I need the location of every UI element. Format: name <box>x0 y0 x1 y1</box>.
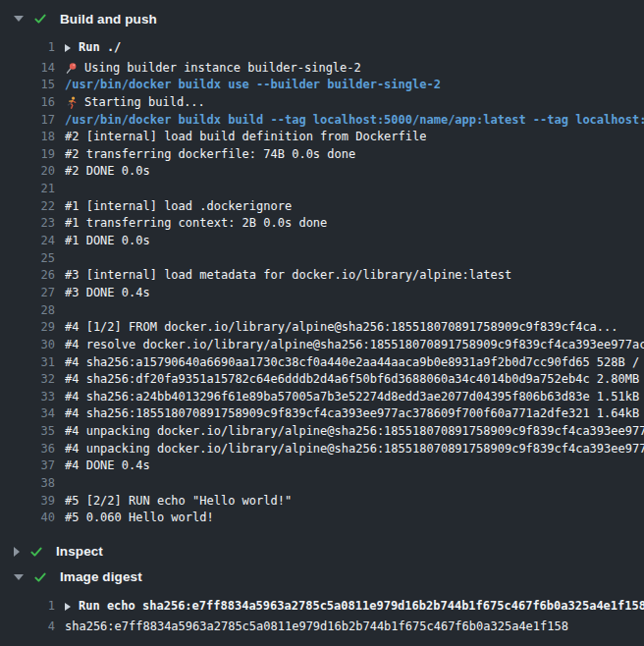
line-content: #4 sha256:df20fa9351a15782c64e6dddb2d4a6… <box>65 371 644 389</box>
line-content: #4 sha256:a24bb4013296f61e89ba57005a7b3e… <box>65 389 644 406</box>
line-number[interactable]: 26 <box>0 267 55 285</box>
log-line: 28 <box>0 302 644 320</box>
section-body: 1 Run ./ 14 Using builder instance build… <box>0 39 644 527</box>
line-content: #3 DONE 0.4s <box>65 285 150 302</box>
line-text: #1 transferring context: 2B 0.0s done <box>65 215 327 233</box>
line-text: #4 sha256:a15790640a6690aa1730c38cf0a440… <box>65 354 644 372</box>
log-line: 32 #4 sha256:df20fa9351a15782c64e6dddb2d… <box>0 371 644 389</box>
log-line: 20 #2 DONE 0.0s <box>0 163 644 181</box>
line-number[interactable]: 35 <box>0 423 55 441</box>
line-content: #5 [2/2] RUN echo "Hello world!" <box>65 493 292 511</box>
log-line: 27 #3 DONE 0.4s <box>0 285 644 302</box>
line-number[interactable]: 22 <box>0 198 55 216</box>
line-number[interactable]: 34 <box>0 405 55 423</box>
section-image-digest: Image digest 1 Run echo sha256:e7ff8834a… <box>0 565 644 635</box>
chevron-icon[interactable] <box>14 16 24 22</box>
section-header[interactable]: Image digest <box>0 565 644 590</box>
line-number[interactable]: 33 <box>0 389 55 406</box>
line-content: /usr/bin/docker buildx build --tag local… <box>65 112 644 130</box>
line-number[interactable]: 40 <box>0 510 55 527</box>
log-line: 17 /usr/bin/docker buildx build --tag lo… <box>0 112 644 130</box>
line-number[interactable]: 25 <box>0 250 55 268</box>
log-line: 21 <box>0 181 644 198</box>
line-number[interactable]: 14 <box>0 60 55 78</box>
line-number[interactable]: 28 <box>0 302 55 320</box>
line-number[interactable]: 18 <box>0 129 55 146</box>
line-content: #4 sha256:185518070891758909c9f839cf4ca3… <box>65 405 644 423</box>
line-number[interactable]: 36 <box>0 441 55 458</box>
line-text: sha256:e7ff8834a5963a2785c5a0811e979d16b… <box>65 619 568 636</box>
line-number[interactable]: 30 <box>0 337 55 354</box>
runner-icon <box>65 96 78 109</box>
log-line: 34 #4 sha256:185518070891758909c9f839cf4… <box>0 405 644 423</box>
section-title: Inspect <box>56 544 103 559</box>
log-line: 25 <box>0 250 644 268</box>
line-content: #2 transferring dockerfile: 74B 0.0s don… <box>65 146 355 164</box>
line-text: #5 [2/2] RUN echo "Hello world!" <box>65 493 292 511</box>
section-build-and-push: Build and push 1 Run ./ 14 Using builder… <box>0 6 644 527</box>
line-text: /usr/bin/docker buildx build --tag local… <box>65 112 644 130</box>
check-icon <box>28 544 44 560</box>
log-line: 19 #2 transferring dockerfile: 74B 0.0s … <box>0 146 644 164</box>
section-title: Build and push <box>60 12 157 27</box>
line-text: Run ./ <box>79 39 121 57</box>
line-number[interactable]: 1 <box>0 39 55 57</box>
line-text: #4 sha256:185518070891758909c9f839cf4ca3… <box>65 405 644 423</box>
line-number[interactable]: 38 <box>0 475 55 493</box>
line-number[interactable]: 16 <box>0 94 55 112</box>
line-content: #5 0.060 Hello world! <box>65 510 214 527</box>
line-number[interactable]: 19 <box>0 146 55 164</box>
line-content: #4 unpacking docker.io/library/alpine@sh… <box>65 423 644 441</box>
chevron-icon[interactable] <box>14 574 24 580</box>
pushpin-icon <box>65 62 78 75</box>
group-expand-icon[interactable] <box>65 603 71 611</box>
line-number[interactable]: 37 <box>0 458 55 475</box>
line-number[interactable]: 31 <box>0 354 55 372</box>
line-text: #4 [1/2] FROM docker.io/library/alpine@s… <box>65 319 618 337</box>
line-number[interactable]: 29 <box>0 319 55 337</box>
line-number[interactable]: 21 <box>0 181 55 198</box>
log-line: 40 #5 0.060 Hello world! <box>0 510 644 527</box>
line-text: Starting build... <box>84 94 205 112</box>
log-line: 22 #1 [internal] load .dockerignore <box>0 198 644 216</box>
line-number[interactable]: 39 <box>0 493 55 511</box>
line-number[interactable]: 1 <box>0 598 55 616</box>
line-number[interactable]: 4 <box>0 619 55 636</box>
line-content: #1 transferring context: 2B 0.0s done <box>65 215 327 233</box>
section-title: Image digest <box>60 569 142 584</box>
line-content: #1 DONE 0.0s <box>65 233 150 250</box>
line-content: #2 DONE 0.0s <box>65 163 150 181</box>
line-content: Using builder instance builder-single-2 <box>65 60 361 78</box>
line-number[interactable]: 23 <box>0 215 55 233</box>
log-line: 1 Run echo sha256:e7ff8834a5963a2785c5a0… <box>0 598 644 616</box>
line-number[interactable]: 32 <box>0 371 55 389</box>
line-number[interactable]: 27 <box>0 285 55 302</box>
line-text: #2 transferring dockerfile: 74B 0.0s don… <box>65 146 355 164</box>
line-content: #2 [internal] load build definition from… <box>65 129 426 146</box>
line-number[interactable]: 20 <box>0 163 55 181</box>
line-text: #3 DONE 0.4s <box>65 285 150 302</box>
log-line: 36 #4 unpacking docker.io/library/alpine… <box>0 441 644 458</box>
line-text: #2 DONE 0.0s <box>65 163 150 181</box>
group-expand-icon[interactable] <box>65 44 71 52</box>
log-line: 33 #4 sha256:a24bb4013296f61e89ba57005a7… <box>0 389 644 406</box>
check-icon <box>32 11 48 27</box>
line-content: #3 [internal] load metadata for docker.i… <box>65 267 511 285</box>
log-line: 18 #2 [internal] load build definition f… <box>0 129 644 146</box>
log-line: 24 #1 DONE 0.0s <box>0 233 644 250</box>
section-header[interactable]: Build and push <box>0 6 644 31</box>
chevron-icon[interactable] <box>14 547 20 557</box>
log-line: 1 Run ./ <box>0 39 644 57</box>
line-text: #1 DONE 0.0s <box>65 233 150 250</box>
line-content: /usr/bin/docker buildx use --builder bui… <box>65 77 441 94</box>
section-header[interactable]: Inspect <box>0 539 644 565</box>
line-content: Run echo sha256:e7ff8834a5963a2785c5a081… <box>65 598 644 616</box>
line-number[interactable]: 15 <box>0 77 55 94</box>
actions-log: Build and push 1 Run ./ 14 Using builder… <box>0 0 644 635</box>
line-number[interactable]: 24 <box>0 233 55 250</box>
log-line: 35 #4 unpacking docker.io/library/alpine… <box>0 423 644 441</box>
log-line: 30 #4 resolve docker.io/library/alpine@s… <box>0 337 644 354</box>
line-content: #1 [internal] load .dockerignore <box>65 198 292 216</box>
log-line: 38 <box>0 475 644 493</box>
line-number[interactable]: 17 <box>0 112 55 130</box>
